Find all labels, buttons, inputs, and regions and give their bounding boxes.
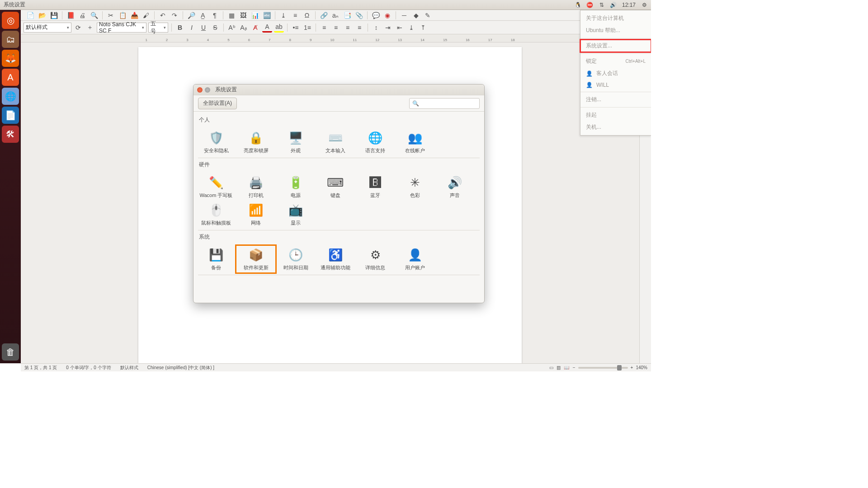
bullets-icon[interactable]: •≡ [291,23,301,33]
menu-suspend[interactable]: 挂起 [580,109,651,121]
settings-item[interactable]: 📺显示 [276,201,316,228]
minimize-icon[interactable] [205,87,210,93]
settings-item[interactable]: ⌨键盘 [316,173,355,201]
settings-item[interactable]: 📶网络 [236,201,276,228]
status-words[interactable]: 0 个单词/字，0 个字符 [66,365,111,371]
settings-item[interactable]: ⚙详细信息 [355,245,395,273]
menu-logout[interactable]: 注销... [580,94,651,106]
settings-item[interactable]: ⌨️文本输入 [316,128,355,156]
draw-icon[interactable]: ✎ [423,10,433,20]
zoom-out-icon[interactable]: − [573,365,576,370]
chart-icon[interactable]: 📊 [250,10,260,20]
highlight-icon[interactable]: ab [274,23,284,33]
clock[interactable]: 12:17 [622,2,636,8]
network-icon[interactable]: ⇅ [599,2,605,8]
spellcheck-icon[interactable]: A̲ [198,10,208,20]
notifications-icon[interactable]: ⛔ [587,2,593,8]
underline-icon[interactable]: U [198,23,208,33]
settings-icon[interactable]: 🛠 [2,126,19,143]
numbering-icon[interactable]: 1≡ [302,23,312,33]
menu-user[interactable]: 👤WILL [580,80,651,90]
redo-icon[interactable]: ↷ [170,10,179,20]
software-icon[interactable]: A [2,69,19,86]
paste-icon[interactable]: 📥 [129,10,139,20]
para-spacing-inc-icon[interactable]: ⤓ [406,23,416,33]
formatting-marks-icon[interactable]: ¶ [210,10,220,20]
save-icon[interactable]: 💾 [49,10,59,20]
close-icon[interactable] [197,87,203,93]
line-spacing-icon[interactable]: ↕ [371,23,381,33]
cut-icon[interactable]: ✂ [106,10,116,20]
menu-shutdown[interactable]: 关机... [580,121,651,133]
image-icon[interactable]: 🖼 [238,10,248,20]
indent-dec-icon[interactable]: ⇤ [395,23,405,33]
print-preview-icon[interactable]: 🔍 [89,10,99,20]
zoom-in-icon[interactable]: + [631,365,633,370]
clear-format-icon[interactable]: A̸ [250,23,260,33]
dash-icon[interactable]: ◎ [2,12,19,29]
copy-icon[interactable]: 📋 [118,10,127,20]
special-char-icon[interactable]: Ω [302,10,312,20]
menu-help[interactable]: Ubuntu 帮助... [580,24,651,37]
settings-item[interactable]: 🛡️安全和隐私 [196,128,236,156]
track-changes-icon[interactable]: ◉ [382,10,392,20]
input-method-icon[interactable]: 🐧 [575,2,581,8]
align-left-icon[interactable]: ≡ [319,23,329,33]
align-justify-icon[interactable]: ≡ [354,23,364,33]
para-style-combo[interactable]: 默认样式 [24,23,71,33]
comment-icon[interactable]: 💬 [371,10,381,20]
hyperlink-icon[interactable]: 🔗 [319,10,329,20]
settings-item[interactable]: 👤用户账户 [395,245,435,273]
line-icon[interactable]: ─ [399,10,409,20]
menu-lock[interactable]: 锁定Ctrl+Alt+L [580,55,651,67]
table-icon[interactable]: ▦ [226,10,236,20]
settings-item[interactable]: 🖱️鼠标和触摸板 [196,201,236,228]
settings-item[interactable]: 📦软件和更新 [236,245,276,273]
zoom-value[interactable]: 140% [636,365,647,370]
sound-icon[interactable]: 🔊 [610,2,617,8]
status-page[interactable]: 第 1 页，共 1 页 [24,365,57,371]
settings-item[interactable]: 🔋电源 [276,173,316,201]
files-icon[interactable]: 🗂 [2,31,19,48]
align-center-icon[interactable]: ≡ [331,23,341,33]
menu-guest[interactable]: 👤客人会话 [580,67,651,80]
new-style-icon[interactable]: ＋ [85,23,95,33]
settings-item[interactable]: ♿通用辅助功能 [316,245,355,273]
gear-icon[interactable]: ⚙ [641,2,647,8]
find-icon[interactable]: 🔎 [186,10,196,20]
italic-icon[interactable]: I [187,23,197,33]
indent-inc-icon[interactable]: ⇥ [383,23,393,33]
subscript-icon[interactable]: Aᵦ [239,23,249,33]
font-color-icon[interactable]: A [262,23,272,33]
dialog-titlebar[interactable]: 系统设置 [193,84,484,95]
settings-item[interactable]: 🅱蓝牙 [355,173,395,201]
bookmark-icon[interactable]: 📑 [342,10,352,20]
footnote-icon[interactable]: aₙ [330,10,340,20]
shape-icon[interactable]: ◆ [411,10,421,20]
settings-item[interactable]: ✏️Wacom 手写板 [196,173,236,201]
settings-item[interactable]: ✳色彩 [395,173,435,201]
cross-ref-icon[interactable]: 📎 [354,10,364,20]
fontsize-combo[interactable]: 五号 [148,23,168,33]
chromium-icon[interactable]: 🌐 [2,88,19,105]
para-spacing-dec-icon[interactable]: ⤒ [418,23,428,33]
zoom-slider[interactable] [578,367,628,369]
strike-icon[interactable]: S [210,23,220,33]
settings-item[interactable]: 👥在线帐户 [395,128,435,156]
status-style[interactable]: 默认样式 [120,365,138,371]
update-style-icon[interactable]: ⟳ [73,23,83,33]
settings-item[interactable]: 🖥️外观 [276,128,316,156]
textbox-icon[interactable]: 🔤 [262,10,272,20]
pdf-icon[interactable]: 📕 [66,10,75,20]
field-icon[interactable]: ≡ [290,10,300,20]
font-combo[interactable]: Noto Sans CJK SC F [97,23,146,33]
settings-item[interactable]: 🖨️打印机 [236,173,276,201]
all-settings-button[interactable]: 全部设置(A) [198,98,237,109]
settings-item[interactable]: 💾备份 [196,245,236,273]
settings-item[interactable]: 🔒亮度和锁屏 [236,128,276,156]
writer-icon[interactable]: 📄 [2,107,19,124]
open-icon[interactable]: 📂 [37,10,47,20]
new-icon[interactable]: 📄 [25,10,35,20]
bold-icon[interactable]: B [175,23,185,33]
clone-format-icon[interactable]: 🖌 [141,10,151,20]
